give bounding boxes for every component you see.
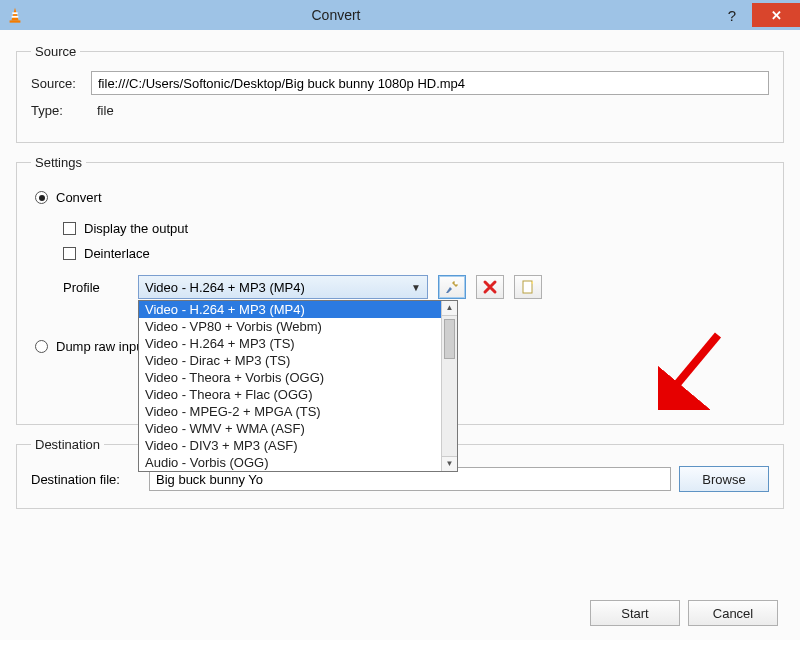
destination-legend: Destination — [31, 437, 104, 452]
profile-selected-text: Video - H.264 + MP3 (MP4) — [145, 280, 305, 295]
deinterlace-label: Deinterlace — [84, 246, 150, 261]
dropdown-scroll-thumb[interactable] — [444, 319, 455, 359]
settings-legend: Settings — [31, 155, 86, 170]
x-delete-icon — [482, 279, 498, 295]
type-label: Type: — [31, 103, 91, 118]
profile-option[interactable]: Video - H.264 + MP3 (MP4) — [139, 301, 441, 318]
source-label: Source: — [31, 76, 91, 91]
convert-radio[interactable] — [35, 191, 48, 204]
wrench-screwdriver-icon — [444, 279, 460, 295]
convert-radio-row[interactable]: Convert — [35, 190, 767, 205]
profile-option[interactable]: Video - Theora + Vorbis (OGG) — [139, 369, 441, 386]
display-output-label: Display the output — [84, 221, 188, 236]
profile-option[interactable]: Video - DIV3 + MP3 (ASF) — [139, 437, 441, 454]
window-body: Source Source: Type: file Settings Conve… — [0, 30, 800, 640]
profile-option[interactable]: Video - MPEG-2 + MPGA (TS) — [139, 403, 441, 420]
profile-dropdown[interactable]: Video - H.264 + MP3 (MP4) ▼ Video - H.26… — [138, 275, 428, 299]
profile-label: Profile — [63, 280, 128, 295]
destination-file-label: Destination file: — [31, 472, 141, 487]
help-button[interactable]: ? — [712, 3, 752, 27]
profile-option[interactable]: Audio - Vorbis (OGG) — [139, 454, 441, 471]
profile-option[interactable]: Video - WMV + WMA (ASF) — [139, 420, 441, 437]
new-document-icon — [520, 279, 536, 295]
start-button[interactable]: Start — [590, 600, 680, 626]
convert-radio-label: Convert — [56, 190, 102, 205]
source-group: Source Source: Type: file — [16, 44, 784, 143]
deinterlace-row[interactable]: Deinterlace — [63, 246, 767, 261]
browse-button[interactable]: Browse — [679, 466, 769, 492]
vlc-cone-icon — [6, 6, 24, 24]
source-legend: Source — [31, 44, 80, 59]
profile-option[interactable]: Video - H.264 + MP3 (TS) — [139, 335, 441, 352]
svg-point-4 — [455, 282, 458, 285]
source-input[interactable] — [91, 71, 769, 95]
type-value: file — [91, 103, 114, 118]
edit-profile-button[interactable] — [438, 275, 466, 299]
dump-raw-radio[interactable] — [35, 340, 48, 353]
dump-raw-label: Dump raw input — [56, 339, 147, 354]
display-output-row[interactable]: Display the output — [63, 221, 767, 236]
title-bar: Convert ? ✕ — [0, 0, 800, 30]
display-output-checkbox[interactable] — [63, 222, 76, 235]
delete-profile-button[interactable] — [476, 275, 504, 299]
svg-rect-1 — [12, 12, 17, 14]
profile-dropdown-list: Video - H.264 + MP3 (MP4)Video - VP80 + … — [138, 300, 458, 472]
svg-rect-3 — [10, 20, 21, 22]
svg-rect-2 — [12, 16, 19, 18]
svg-rect-5 — [523, 281, 532, 293]
profile-option[interactable]: Video - VP80 + Vorbis (Webm) — [139, 318, 441, 335]
deinterlace-checkbox[interactable] — [63, 247, 76, 260]
profile-option[interactable]: Video - Theora + Flac (OGG) — [139, 386, 441, 403]
footer-buttons: Start Cancel — [590, 600, 778, 626]
settings-group: Settings Convert Display the output Dein… — [16, 155, 784, 425]
chevron-down-icon: ▼ — [411, 282, 421, 293]
dropdown-scrollbar[interactable] — [441, 301, 457, 471]
window-title: Convert — [30, 7, 712, 23]
close-button[interactable]: ✕ — [752, 3, 800, 27]
profile-option[interactable]: Video - Dirac + MP3 (TS) — [139, 352, 441, 369]
new-profile-button[interactable] — [514, 275, 542, 299]
cancel-button[interactable]: Cancel — [688, 600, 778, 626]
